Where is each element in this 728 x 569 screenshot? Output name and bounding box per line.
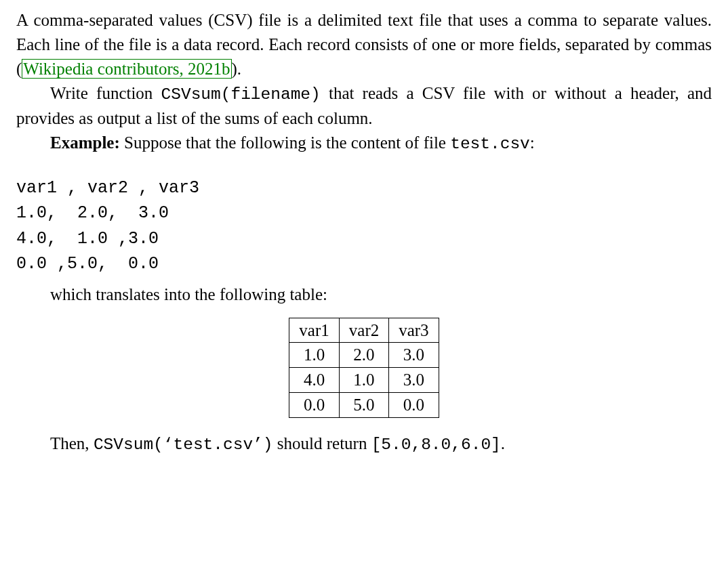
intro-paragraph: A comma-separated values (CSV) file is a… [16,8,712,81]
task-text-1: Write function [50,84,161,102]
table-row: 4.0 1.0 3.0 [289,368,439,393]
table-header-cell: var1 [289,318,339,343]
function-signature-code: CSVsum(filename) [161,85,321,104]
table-cell: 1.0 [339,368,388,393]
table-header-cell: var2 [339,318,388,343]
return-value-code: [5.0,8.0,6.0] [371,436,501,454]
table-header-row: var1 var2 var3 [289,318,439,343]
result-text-3: . [501,434,505,452]
table-cell: 3.0 [389,368,439,393]
result-paragraph: Then, CSVsum(‘test.csv’) should return [… [16,431,712,457]
result-text-1: Then, [50,434,94,452]
table-header-cell: var3 [389,318,439,343]
csv-content-block: var1 , var2 , var3 1.0, 2.0, 3.0 4.0, 1.… [16,175,712,277]
task-paragraph: Write function CSVsum(filename) that rea… [16,81,712,131]
table-cell: 0.0 [289,392,339,417]
table-cell: 4.0 [289,368,339,393]
table-cell: 0.0 [389,392,439,417]
table-row: 0.0 5.0 0.0 [289,392,439,417]
table-cell: 2.0 [339,343,388,368]
example-text-2: : [530,133,535,152]
filename-code: test.csv [450,135,530,153]
result-text-2: should return [273,434,371,452]
table-cell: 1.0 [289,343,339,368]
citation-link[interactable]: Wikipedia contributors, 2021b [22,59,231,79]
table-cell: 3.0 [389,343,439,368]
table-cell: 5.0 [339,392,388,417]
example-label: Example: [50,133,120,152]
example-paragraph: Example: Suppose that the following is t… [16,131,712,156]
call-code: CSVsum(‘test.csv’) [94,436,273,454]
table-caption: which translates into the following tabl… [16,282,712,307]
intro-text-post-citation: ). [232,60,242,78]
csv-table: var1 var2 var3 1.0 2.0 3.0 4.0 1.0 3.0 0… [289,318,439,418]
example-text-1: Suppose that the following is the conten… [120,133,450,152]
table-row: 1.0 2.0 3.0 [289,343,439,368]
